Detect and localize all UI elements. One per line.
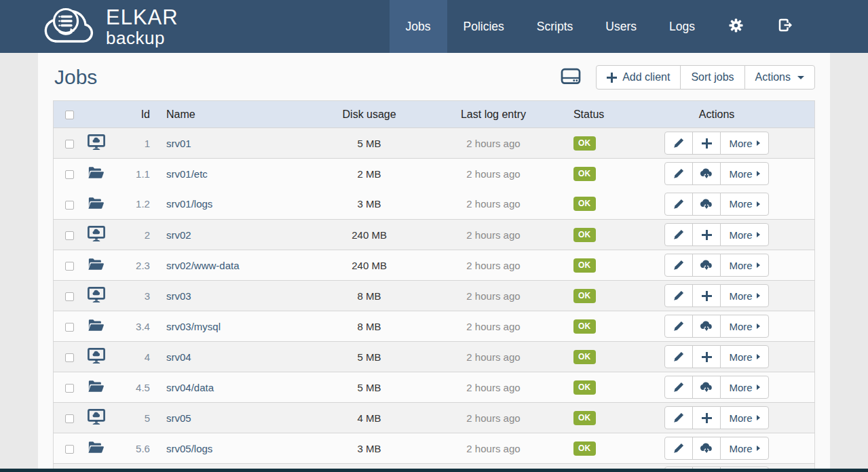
- edit-button[interactable]: [664, 193, 693, 216]
- top-navbar: ELKAR backup JobsPoliciesScriptsUsersLog…: [0, 0, 868, 53]
- disk-usage: 8 MB: [320, 281, 419, 311]
- cloud-restore-icon: [700, 442, 713, 454]
- plus-icon: [607, 73, 617, 83]
- job-name-link[interactable]: srv05: [166, 412, 191, 424]
- job-name-link[interactable]: srv05/logs: [166, 443, 212, 454]
- add-job-button[interactable]: [692, 132, 721, 155]
- nav-item-policies[interactable]: Policies: [447, 0, 521, 53]
- row-checkbox[interactable]: [65, 201, 74, 210]
- add-job-button[interactable]: [692, 223, 721, 246]
- plus-icon: [702, 352, 712, 362]
- edit-button[interactable]: [664, 406, 693, 429]
- job-name-link[interactable]: srv04: [166, 351, 191, 363]
- job-name-link[interactable]: srv02/www-data: [166, 260, 240, 271]
- edit-button[interactable]: [664, 223, 693, 246]
- row-actions: More: [664, 254, 769, 277]
- job-name-link[interactable]: srv02: [166, 229, 191, 241]
- table-row: 3srv038 MB2 hours agoOKMore: [54, 281, 815, 311]
- pencil-icon: [673, 412, 684, 423]
- more-button[interactable]: More: [720, 132, 769, 155]
- edit-button[interactable]: [664, 162, 693, 185]
- more-button[interactable]: More: [720, 437, 769, 460]
- restore-button[interactable]: [692, 376, 721, 399]
- client-computer-icon: [88, 294, 105, 305]
- last-log-entry: 2 hours ago: [419, 159, 568, 189]
- more-button[interactable]: More: [720, 345, 769, 368]
- row-actions: More: [664, 315, 769, 338]
- restore-button[interactable]: [692, 193, 721, 216]
- table-row: 1srv015 MB2 hours agoOKMore: [54, 128, 815, 159]
- logout-nav-button[interactable]: [761, 0, 811, 53]
- nav-item-logs[interactable]: Logs: [653, 0, 711, 53]
- status-badge: OK: [573, 441, 596, 456]
- disk-usage: 3 MB: [320, 433, 419, 464]
- settings-nav-button[interactable]: [711, 0, 761, 53]
- edit-button[interactable]: [664, 437, 693, 460]
- row-checkbox[interactable]: [65, 231, 74, 240]
- more-button[interactable]: More: [720, 315, 769, 338]
- nav-item-users[interactable]: Users: [589, 0, 653, 53]
- cloud-restore-icon: [700, 198, 713, 210]
- caret-right-icon: [757, 171, 760, 176]
- nav-menu: JobsPoliciesScriptsUsersLogs: [390, 0, 868, 53]
- row-checkbox[interactable]: [65, 262, 74, 271]
- more-button[interactable]: More: [720, 193, 769, 216]
- brand-logo[interactable]: ELKAR backup: [41, 0, 178, 53]
- caret-right-icon: [757, 323, 760, 329]
- job-id: 1: [111, 128, 150, 159]
- row-checkbox[interactable]: [65, 292, 74, 301]
- add-client-button[interactable]: Add client: [596, 65, 681, 90]
- nav-item-jobs[interactable]: Jobs: [390, 0, 447, 53]
- caret-right-icon: [757, 262, 760, 268]
- more-button[interactable]: More: [720, 223, 769, 246]
- pencil-icon: [673, 229, 684, 240]
- row-checkbox[interactable]: [65, 170, 74, 179]
- last-log-entry: 2 hours ago: [419, 189, 568, 220]
- job-id: 2.3: [111, 250, 150, 281]
- job-name-link[interactable]: srv01: [166, 138, 191, 149]
- job-name-link[interactable]: srv01/logs: [166, 198, 212, 210]
- job-name-link[interactable]: srv01/etc: [166, 168, 208, 180]
- gear-icon: [729, 18, 743, 35]
- restore-button[interactable]: [692, 437, 721, 460]
- more-button[interactable]: More: [720, 376, 769, 399]
- job-name-link[interactable]: srv03/mysql: [166, 321, 221, 332]
- pencil-icon: [673, 321, 684, 332]
- folder-icon: [88, 444, 104, 456]
- sort-jobs-button[interactable]: Sort jobs: [680, 65, 744, 90]
- row-checkbox[interactable]: [65, 445, 74, 454]
- add-job-button[interactable]: [692, 406, 721, 429]
- disk-usage: 5 MB: [320, 342, 419, 372]
- edit-button[interactable]: [664, 376, 693, 399]
- restore-button[interactable]: [692, 315, 721, 338]
- cloud-backup-logo-icon: [41, 5, 99, 47]
- row-checkbox[interactable]: [65, 384, 74, 393]
- edit-button[interactable]: [664, 132, 693, 155]
- select-all-checkbox[interactable]: [65, 111, 74, 119]
- edit-button[interactable]: [664, 315, 693, 338]
- storage-usage-button[interactable]: [561, 67, 581, 88]
- sign-out-icon: [778, 18, 793, 35]
- table-row: 3.4srv03/mysql8 MB2 hours agoOKMore: [54, 311, 815, 342]
- edit-button[interactable]: [664, 345, 693, 368]
- more-button[interactable]: More: [720, 284, 769, 307]
- row-checkbox[interactable]: [65, 323, 74, 332]
- more-button[interactable]: More: [720, 162, 769, 185]
- edit-button[interactable]: [664, 254, 693, 277]
- more-button[interactable]: More: [720, 406, 769, 429]
- status-badge: OK: [573, 167, 596, 181]
- job-name-link[interactable]: srv04/data: [166, 382, 214, 393]
- add-job-button[interactable]: [692, 284, 721, 307]
- nav-item-scripts[interactable]: Scripts: [521, 0, 589, 53]
- row-checkbox[interactable]: [65, 353, 74, 362]
- restore-button[interactable]: [692, 162, 721, 185]
- caret-right-icon: [757, 354, 760, 359]
- row-checkbox[interactable]: [65, 140, 74, 149]
- restore-button[interactable]: [692, 254, 721, 277]
- edit-button[interactable]: [664, 284, 693, 307]
- job-name-link[interactable]: srv03: [166, 290, 191, 302]
- row-checkbox[interactable]: [65, 414, 74, 423]
- add-job-button[interactable]: [692, 345, 721, 368]
- more-button[interactable]: More: [720, 254, 769, 277]
- actions-dropdown-button[interactable]: Actions: [744, 65, 815, 90]
